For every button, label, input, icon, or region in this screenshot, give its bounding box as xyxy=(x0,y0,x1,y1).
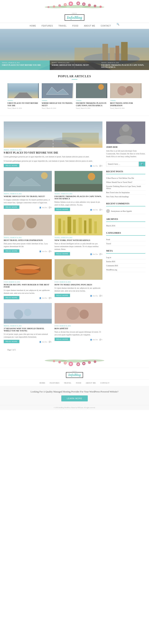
nav-search-icon[interactable]: 🔍 xyxy=(114,21,122,28)
footer-logo[interactable]: InfoBlog xyxy=(66,372,83,378)
svg-point-15 xyxy=(65,4,66,5)
popular-cat-3: Travel xyxy=(76,100,108,101)
search-button[interactable]: 🔍 xyxy=(139,162,145,166)
two-col-row-4: Travel | March 10, 2016 17 REASONS WHY Y… xyxy=(4,303,102,347)
meta-login-link[interactable]: Log in xyxy=(106,256,111,258)
nav-about[interactable]: ABOUT ME xyxy=(81,23,98,29)
recent-post-5[interactable]: New York: Post with headings xyxy=(106,195,145,198)
footer-nav-home[interactable]: HOME xyxy=(37,381,47,385)
meta-comments-rss-link[interactable]: Comments RSS xyxy=(106,264,118,267)
popular-title-2: WHERE SHOULD YOU TO TRAVEL NEXT? xyxy=(42,102,73,107)
footer-nav-about[interactable]: ABOUT ME xyxy=(83,381,98,385)
recent-post-4[interactable]: Best Travel sites for Inspiration xyxy=(106,190,145,195)
svg-point-7 xyxy=(58,4,61,7)
footer-nav-travel[interactable]: TRAVEL xyxy=(62,381,74,385)
comments-pancakes: 💬 0 xyxy=(99,295,102,297)
article-title-pancakes: HOW TO MAKE AMAZING PANCAKES xyxy=(55,284,103,286)
meta-wordpress[interactable]: WordPress.org xyxy=(106,268,145,272)
article-cat-cape-town: Travel | March 10, 2016 xyxy=(55,193,103,195)
two-col-row-2: Travel | March 10, 2016 BEST TRAVEL SITE… xyxy=(4,215,102,259)
footer-copyright: © 2016 InfoBlog WordPress Theme by WPZoo… xyxy=(0,405,149,410)
article-img-best-travel xyxy=(4,215,52,235)
article-title-newyork: NEW YORK: POST WITH HEADINGS xyxy=(55,239,103,241)
sidebar-archives-widget: ARCHIVES March 2016 xyxy=(106,218,145,228)
popular-articles-grid: Travel 9 BEST PLACES TO VISIT BEFORE YOU… xyxy=(7,83,142,109)
read-more-btn-bon-appetit[interactable]: READ MORE xyxy=(55,338,70,341)
slide-caption-3[interactable]: Travel | March 10, 2016 FAVORITE TREKKIN… xyxy=(99,60,149,70)
footer-nav-contact[interactable]: CONTACT xyxy=(98,381,112,385)
recent-comments-list: Anonymous on Bon Appétit xyxy=(106,208,145,214)
popular-cat-4: Travel xyxy=(110,100,142,101)
popular-articles-title: POPULAR ARTICLES xyxy=(7,75,142,80)
article-cat-travel-next: Travel | March 10, 2016 xyxy=(4,193,52,195)
article-card-full: Travel | March 10, 2016 9 BEST PLACES TO… xyxy=(4,122,102,167)
popular-meta-2: Travel | March 18, 2016 xyxy=(42,108,73,109)
slide-caption-2[interactable]: Travel | March 10, 2016 WHERE SHOULD YOU… xyxy=(50,60,99,70)
svg-rect-53 xyxy=(63,220,65,233)
meta-login[interactable]: Log in xyxy=(106,256,145,260)
read-more-btn-full[interactable]: READ MORE xyxy=(4,164,19,167)
meta-comments-rss[interactable]: Comments RSS xyxy=(106,264,145,268)
popular-item-4[interactable]: Travel BEST TRAVEL SITES FOR INSPIRATION… xyxy=(110,83,142,109)
svg-point-87 xyxy=(88,361,91,364)
author-young-travel: 👤 John Doe xyxy=(39,341,47,343)
popular-item-1[interactable]: Travel 9 BEST PLACES TO VISIT BEFORE YOU… xyxy=(7,83,39,109)
read-more-btn-best-travel[interactable]: READ MORE xyxy=(4,249,19,253)
meta-entries-rss-link[interactable]: Entries RSS xyxy=(106,260,115,262)
nav-travel[interactable]: TRAVEL xyxy=(56,23,69,29)
nav-contact[interactable]: CONTACT xyxy=(98,23,114,29)
svg-rect-58 xyxy=(89,218,92,233)
recent-post-3[interactable]: Favorite Trekking Places in Cape Town, S… xyxy=(106,184,145,190)
read-more-btn-young-travel[interactable]: READ MORE xyxy=(4,340,19,343)
sidebar-meta-widget: META Log in Entries RSS Comments RSS Wor… xyxy=(106,250,145,272)
category-food[interactable]: Food xyxy=(106,238,145,242)
author-cape-town: 👤 John Doe xyxy=(90,209,98,211)
recent-post-1[interactable]: 9 Best Places to Visit Before You Die xyxy=(106,176,145,180)
read-more-btn-travel-next[interactable]: READ MORE xyxy=(4,206,19,209)
popular-item-3[interactable]: Travel FAVORITE TREKKING PLACES IN CAPE … xyxy=(76,83,108,109)
meta-entries-rss[interactable]: Entries RSS xyxy=(106,260,145,264)
site-logo[interactable]: InfoBlog xyxy=(65,14,84,21)
nav-home[interactable]: HOME xyxy=(27,23,39,29)
footer-hosting-section: Looking For A Quality Managed Hosting Pr… xyxy=(0,386,149,405)
nav-features[interactable]: FEATURES xyxy=(39,23,56,29)
nav-food[interactable]: FOOD xyxy=(69,23,81,29)
article-text-1: Lorem galetumgue grotavius per ut ugue i… xyxy=(4,155,102,158)
slide-cat-2: Travel | March 10, 2016 xyxy=(52,62,98,64)
search-input[interactable] xyxy=(106,162,139,166)
footer-nav-features[interactable]: FEATURES xyxy=(47,381,62,385)
read-more-btn-burger[interactable]: READ MORE xyxy=(4,296,19,299)
comment-avatar-1 xyxy=(106,209,110,213)
read-more-btn-cape-town[interactable]: READ MORE xyxy=(55,208,70,211)
article-title-best-travel: BEST TRAVEL SITES FOR INSPIRATION xyxy=(4,239,52,241)
footer-pancakes: 👤 John Doe 💬 0 xyxy=(90,295,102,297)
category-travel[interactable]: Travel xyxy=(106,242,145,246)
read-more-btn-pancakes[interactable]: READ MORE xyxy=(55,294,70,297)
archives-list: March 2016 xyxy=(106,224,145,228)
svg-point-13 xyxy=(70,3,72,5)
svg-rect-29 xyxy=(42,83,72,98)
svg-point-41 xyxy=(53,137,82,143)
svg-rect-52 xyxy=(58,218,61,233)
article-card-travel-next: Travel | March 10, 2016 WHERE SHOULD YOU… xyxy=(4,171,52,211)
article-img-cape-town xyxy=(55,171,103,192)
author-bon-appetit: 👤 John Doe xyxy=(90,339,98,340)
slide-caption-1[interactable]: Travel | March 10, 2016 9 BEST PLACES TO… xyxy=(0,60,50,70)
svg-rect-26 xyxy=(121,42,128,61)
article-title-cape-town: FAVORITE TREKKING PLACES IN CAPE TOWN, S… xyxy=(55,195,103,200)
svg-point-88 xyxy=(53,360,55,362)
article-title-young-travel: 17 REASONS WHY YOU SHOULD TRAVEL WHILE Y… xyxy=(4,327,52,332)
learn-more-button[interactable]: Learn More xyxy=(61,396,88,402)
footer-top: FREE InfoBlog xyxy=(0,368,149,380)
comments-label: 💬 0 xyxy=(99,165,102,167)
article-text-cape-town: Rubmo fabulus ut pis tet ac enim adminis… xyxy=(55,200,103,206)
article-cat: Travel | March 10, 2016 xyxy=(4,149,102,151)
svg-point-74 xyxy=(79,310,89,319)
popular-item-2[interactable]: Travel WHERE SHOULD YOU TO TRAVEL NEXT? … xyxy=(42,83,73,109)
footer-nav-food[interactable]: FOOD xyxy=(74,381,84,385)
article-cat-young-travel: Travel | March 10, 2016 xyxy=(4,325,52,327)
meta-wordpress-link[interactable]: WordPress.org xyxy=(106,269,117,271)
archive-item-1[interactable]: March 2016 xyxy=(106,224,145,228)
read-more-btn-newyork[interactable]: READ MORE xyxy=(55,252,70,256)
recent-post-2[interactable]: Where Should You to Travel Next? xyxy=(106,180,145,184)
